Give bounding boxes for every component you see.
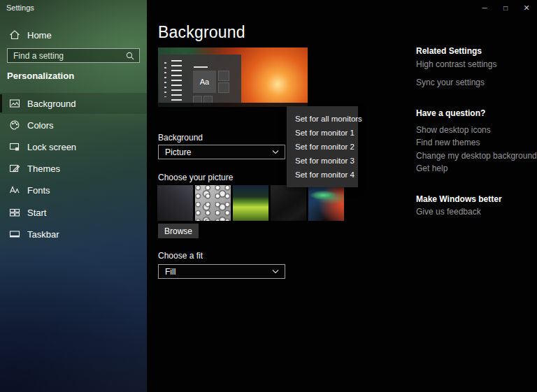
menu-item-set-monitor-1[interactable]: Set for monitor 1	[287, 126, 358, 140]
maximize-button[interactable]: □	[495, 0, 516, 16]
wallpaper-thumbnail-4[interactable]	[271, 185, 306, 221]
settings-sidebar: Settings Home Personalization Background	[0, 0, 147, 392]
fit-dropdown[interactable]: Fill	[158, 264, 285, 279]
sidebar-item-themes[interactable]: Themes	[0, 158, 147, 179]
sidebar-item-lock-screen[interactable]: Lock screen	[0, 136, 147, 157]
picture-thumbnails	[157, 185, 344, 221]
wallpaper-thumbnail-2[interactable]	[195, 185, 231, 221]
page-title: Background	[158, 23, 245, 42]
link-change-desktop-background[interactable]: Change my desktop background	[416, 151, 537, 161]
link-show-desktop-icons[interactable]: Show desktop icons	[416, 125, 491, 135]
menu-item-set-monitor-3[interactable]: Set for monitor 3	[287, 154, 358, 168]
sidebar-item-colors[interactable]: Colors	[0, 115, 147, 136]
minimize-button[interactable]: ─	[474, 0, 495, 16]
chevron-down-icon	[272, 269, 279, 274]
choose-fit-label: Choose a fit	[158, 251, 203, 261]
search-box[interactable]	[7, 48, 140, 63]
sidebar-item-label: Taskbar	[27, 229, 59, 240]
make-windows-better-header: Make Windows better	[416, 194, 502, 204]
close-button[interactable]: ✕	[516, 0, 537, 16]
menu-item-set-monitor-2[interactable]: Set for monitor 2	[287, 140, 358, 154]
preview-menu-bullets	[164, 62, 166, 97]
start-icon	[9, 207, 20, 218]
menu-item-set-all-monitors[interactable]: Set for all monitors	[287, 112, 358, 126]
home-icon	[9, 29, 20, 41]
link-find-new-themes[interactable]: Find new themes	[416, 138, 480, 147]
main-content: ─ □ ✕ Background Aa Background Picture	[147, 0, 537, 392]
sidebar-item-taskbar[interactable]: Taskbar	[0, 224, 147, 245]
wallpaper-thumbnail-5[interactable]	[308, 185, 344, 221]
sidebar-item-label: Colors	[27, 120, 54, 131]
background-type-value: Picture	[159, 147, 272, 157]
sidebar-section-header: Personalization	[7, 71, 74, 81]
link-get-help[interactable]: Get help	[416, 164, 448, 173]
search-icon[interactable]	[125, 51, 135, 61]
window-title: Settings	[6, 3, 34, 12]
link-give-feedback[interactable]: Give us feedback	[416, 207, 481, 217]
related-settings-panel: Related Settings High contrast settings …	[416, 46, 536, 256]
background-preview: Aa	[158, 48, 308, 107]
wallpaper-thumbnail-1[interactable]	[157, 185, 193, 221]
preview-tiles: Aa	[193, 66, 239, 107]
taskbar-icon	[9, 228, 20, 240]
choose-picture-label: Choose your picture	[158, 173, 233, 182]
have-a-question-header: Have a question?	[416, 108, 485, 118]
preview-tile-aa: Aa	[193, 71, 216, 93]
menu-item-set-monitor-4[interactable]: Set for monitor 4	[287, 168, 358, 182]
set-wallpaper-context-menu: Set for all monitors Set for monitor 1 S…	[287, 106, 358, 187]
preview-menu-lines	[171, 60, 182, 102]
preview-tile-small	[218, 82, 229, 93]
sidebar-item-label: Background	[27, 99, 76, 109]
browse-button[interactable]: Browse	[158, 224, 199, 238]
selected-indicator	[0, 94, 2, 112]
window-controls: ─ □ ✕	[474, 0, 537, 16]
lock-screen-icon	[9, 141, 20, 152]
fonts-icon	[9, 184, 20, 196]
wallpaper-thumbnail-3[interactable]	[233, 185, 268, 221]
related-settings-header: Related Settings	[416, 46, 482, 56]
sidebar-item-label: Lock screen	[27, 142, 76, 152]
preview-start-menu: Aa	[159, 55, 241, 103]
colors-icon	[9, 119, 20, 131]
background-dropdown-label: Background	[158, 133, 203, 143]
link-sync-settings[interactable]: Sync your settings	[416, 78, 485, 87]
sidebar-item-start[interactable]: Start	[0, 202, 147, 223]
fit-value: Fill	[159, 267, 272, 277]
preview-taskbar	[158, 103, 308, 107]
sidebar-item-label: Start	[27, 208, 46, 218]
sidebar-item-label: Home	[27, 30, 52, 41]
sidebar-item-background[interactable]: Background	[0, 93, 147, 114]
preview-tiles-header	[194, 66, 208, 68]
themes-icon	[9, 163, 20, 174]
sidebar-item-home[interactable]: Home	[0, 25, 147, 45]
preview-tile-small	[218, 71, 229, 81]
background-icon	[9, 98, 20, 109]
link-high-contrast[interactable]: High contrast settings	[416, 59, 496, 69]
search-input[interactable]	[8, 51, 125, 61]
sidebar-item-label: Themes	[27, 164, 60, 174]
sidebar-item-fonts[interactable]: Fonts	[0, 180, 147, 201]
background-type-dropdown[interactable]: Picture	[158, 145, 285, 159]
chevron-down-icon	[272, 150, 279, 154]
sidebar-item-label: Fonts	[27, 185, 50, 196]
